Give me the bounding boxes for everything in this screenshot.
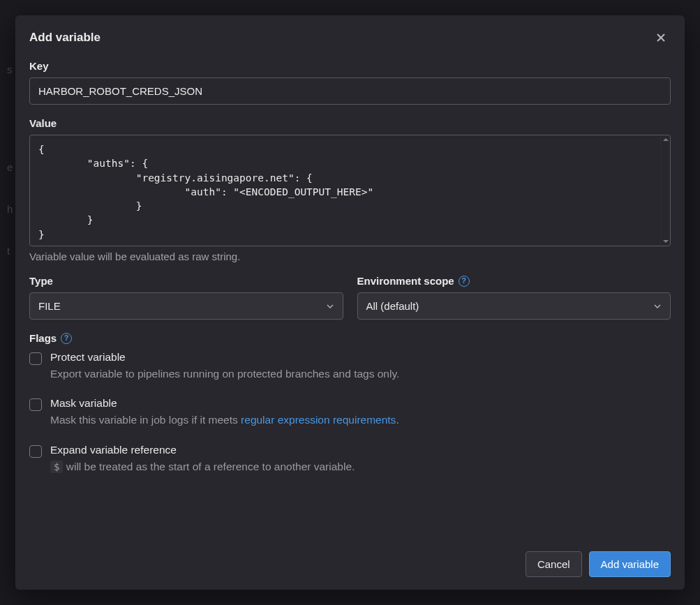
key-input[interactable] — [29, 77, 671, 105]
help-icon[interactable]: ? — [61, 333, 72, 344]
key-label: Key — [29, 60, 671, 72]
value-textarea[interactable] — [30, 135, 660, 246]
close-icon — [655, 32, 667, 43]
flags-label: Flags — [29, 332, 57, 344]
expand-variable-title: Expand variable reference — [50, 444, 671, 456]
help-icon[interactable]: ? — [459, 276, 470, 287]
type-select-value: FILE — [38, 300, 61, 312]
scope-label: Environment scope — [357, 275, 454, 287]
add-variable-button[interactable]: Add variable — [589, 551, 671, 577]
regex-requirements-link[interactable]: regular expression requirements — [241, 414, 396, 426]
cancel-button[interactable]: Cancel — [526, 551, 582, 577]
value-hint: Variable value will be evaluated as raw … — [29, 251, 671, 262]
scope-select[interactable]: All (default) — [357, 292, 671, 320]
type-select[interactable]: FILE — [29, 292, 343, 320]
dollar-symbol: $ — [50, 461, 63, 473]
protect-variable-checkbox[interactable] — [29, 352, 42, 365]
expand-variable-checkbox[interactable] — [29, 445, 42, 458]
value-label: Value — [29, 117, 671, 129]
add-variable-modal: Add variable Key Value Variable value wi… — [15, 15, 685, 590]
mask-variable-checkbox[interactable] — [29, 398, 42, 411]
type-label: Type — [29, 275, 343, 287]
protect-variable-desc: Export variable to pipelines running on … — [50, 366, 671, 382]
expand-variable-desc: $ will be treated as the start of a refe… — [50, 458, 671, 475]
scope-select-value: All (default) — [366, 300, 419, 312]
chevron-down-icon — [653, 302, 662, 311]
close-button[interactable] — [651, 28, 671, 47]
textarea-scrollbar[interactable] — [660, 135, 670, 246]
chevron-down-icon — [326, 302, 334, 311]
mask-variable-desc: Mask this variable in job logs if it mee… — [50, 412, 671, 428]
modal-title: Add variable — [29, 31, 100, 45]
protect-variable-title: Protect variable — [50, 351, 671, 364]
mask-variable-title: Mask variable — [50, 397, 671, 410]
